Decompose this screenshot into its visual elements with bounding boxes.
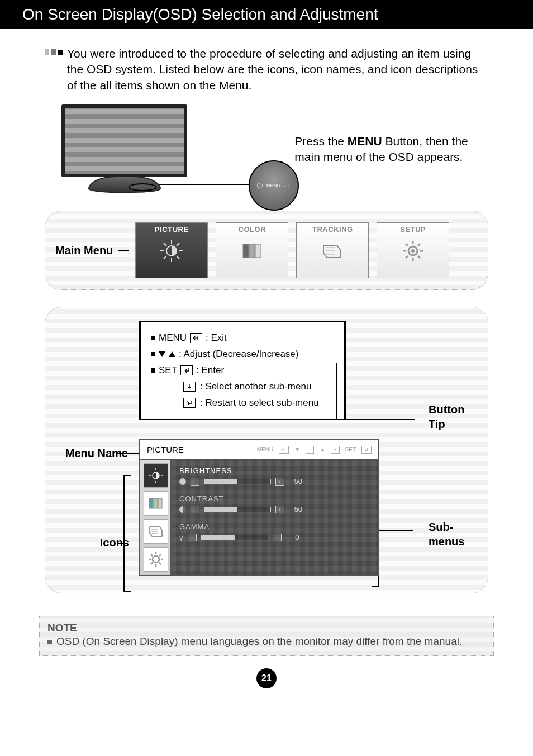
svg-line-8 bbox=[164, 256, 166, 259]
svg-line-37 bbox=[159, 554, 161, 556]
triangle-up-icon bbox=[169, 351, 175, 357]
page-title: On Screen Display(OSD) Selection and Adj… bbox=[0, 0, 533, 29]
svg-rect-9 bbox=[243, 244, 249, 258]
button-tip-set-enter: SET : Enter bbox=[151, 363, 334, 379]
osd-window: PICTURE MENU↤ ▼− ▲+ SET↲ bbox=[139, 439, 379, 576]
menu-tile-title: SETUP bbox=[377, 225, 449, 234]
svg-rect-29 bbox=[158, 498, 162, 508]
monitor-diagram: Press the MENU Button, then the main men… bbox=[61, 104, 488, 194]
gamma-icon: γ bbox=[179, 533, 183, 541]
menu-tile-setup[interactable]: SETUP bbox=[377, 222, 449, 278]
svg-line-19 bbox=[418, 244, 420, 246]
sidebar-icon-setup[interactable] bbox=[144, 547, 168, 572]
osd-item-title: CONTRAST bbox=[179, 495, 370, 503]
osd-item-title: BRIGHTNESS bbox=[179, 467, 370, 475]
sidebar-icon-tracking[interactable] bbox=[144, 519, 168, 544]
osd-item-value: 0 bbox=[286, 533, 299, 541]
color-icon bbox=[238, 237, 266, 265]
brightness-icon bbox=[158, 237, 185, 265]
minus-button[interactable]: − bbox=[191, 506, 199, 513]
controls-zoom-circle: MENU - + bbox=[249, 160, 299, 211]
note-bullet bbox=[47, 640, 52, 644]
minus-mini-icon: − bbox=[306, 446, 314, 454]
page-number: 21 bbox=[256, 668, 277, 688]
intro-bullet-icons bbox=[45, 49, 63, 55]
svg-line-20 bbox=[406, 256, 408, 258]
leader-line bbox=[336, 363, 337, 419]
exit-mini-icon: ↤ bbox=[279, 446, 289, 454]
note-box: NOTE OSD (On Screen Display) menu langua… bbox=[39, 616, 494, 656]
plus-button[interactable]: + bbox=[275, 478, 284, 486]
sub-menus-label: Sub-menus bbox=[429, 520, 473, 549]
exit-key-icon bbox=[190, 333, 202, 343]
svg-line-7 bbox=[177, 243, 179, 246]
main-menu-label: Main Menu bbox=[55, 244, 113, 257]
main-menu-panel: Main Menu PICTURE COLOR TRACKING bbox=[45, 211, 488, 290]
menu-tile-tracking[interactable]: TRACKING bbox=[296, 222, 369, 278]
svg-line-18 bbox=[418, 256, 420, 258]
leader-line bbox=[118, 250, 129, 251]
note-title: NOTE bbox=[47, 622, 486, 634]
svg-rect-27 bbox=[149, 498, 153, 508]
button-tip-label: Button Tip bbox=[429, 402, 473, 431]
tracking-icon bbox=[318, 237, 346, 265]
bracket bbox=[123, 475, 131, 592]
leader-line bbox=[117, 453, 139, 454]
menu-tile-title: PICTURE bbox=[136, 225, 207, 234]
menu-tile-title: TRACKING bbox=[297, 225, 368, 234]
svg-line-38 bbox=[151, 563, 153, 564]
osd-header-keys: MENU↤ ▼− ▲+ SET↲ bbox=[257, 446, 372, 454]
button-tip-menu-exit: MENU : Exit bbox=[151, 330, 334, 346]
contrast-icon bbox=[179, 506, 186, 513]
svg-rect-11 bbox=[255, 244, 261, 258]
osd-item-contrast[interactable]: CONTRAST − + 50 bbox=[179, 495, 370, 513]
svg-line-17 bbox=[406, 244, 408, 246]
svg-line-35 bbox=[151, 554, 153, 556]
gear-icon bbox=[399, 237, 427, 265]
sidebar-icon-brightness[interactable] bbox=[144, 463, 168, 488]
leader-line bbox=[117, 543, 125, 544]
note-text: OSD (On Screen Display) menu languages o… bbox=[56, 635, 462, 648]
plus-button[interactable]: + bbox=[275, 506, 284, 513]
sidebar-icon-color[interactable] bbox=[144, 491, 168, 516]
osd-submenu-area: BRIGHTNESS − + 50 CONTRAST bbox=[172, 460, 378, 575]
svg-rect-10 bbox=[249, 244, 255, 258]
monitor-illustration bbox=[61, 104, 187, 194]
press-menu-text: Press the MENU Button, then the main men… bbox=[294, 134, 488, 165]
svg-rect-28 bbox=[154, 498, 158, 508]
menu-tile-color[interactable]: COLOR bbox=[216, 222, 288, 278]
svg-line-6 bbox=[177, 256, 179, 259]
svg-line-5 bbox=[164, 243, 166, 246]
osd-item-value: 50 bbox=[289, 505, 302, 513]
minus-button[interactable]: − bbox=[191, 478, 199, 486]
plus-button[interactable]: + bbox=[273, 534, 282, 541]
slider-track[interactable] bbox=[201, 535, 268, 540]
intro-paragraph: You were introduced to the procedure of … bbox=[45, 46, 488, 93]
leader-line bbox=[336, 419, 415, 420]
plus-mini-icon: + bbox=[331, 446, 339, 454]
enter-key-icon bbox=[180, 365, 193, 375]
menu-tile-title: COLOR bbox=[216, 225, 288, 234]
intro-text: You were introduced to the procedure of … bbox=[67, 46, 488, 93]
down-arrow-key-icon bbox=[183, 382, 196, 392]
slider-track[interactable] bbox=[204, 479, 271, 484]
osd-header: PICTURE MENU↤ ▼− ▲+ SET↲ bbox=[140, 440, 378, 460]
osd-item-value: 50 bbox=[289, 477, 302, 486]
svg-point-21 bbox=[411, 249, 415, 253]
minus-button[interactable]: − bbox=[188, 534, 197, 541]
enter-mini-icon: ↲ bbox=[361, 446, 372, 454]
button-tip-restart-submenu: : Restart to select sub-menu bbox=[183, 395, 334, 411]
restart-key-icon bbox=[183, 398, 196, 408]
osd-item-title: GAMMA bbox=[179, 522, 370, 531]
button-tip-select-submenu: : Select another sub-menu bbox=[183, 379, 334, 395]
sun-icon bbox=[179, 478, 186, 485]
arrow-line bbox=[159, 184, 254, 185]
main-menu-tiles: PICTURE COLOR TRACKING SETUP bbox=[135, 222, 478, 278]
osd-sidebar bbox=[140, 460, 172, 575]
leader-line bbox=[379, 530, 413, 531]
osd-detail-panel: MENU : Exit : Adjust (Decrease/Increase)… bbox=[45, 307, 488, 593]
slider-track[interactable] bbox=[204, 507, 271, 512]
osd-item-gamma[interactable]: GAMMA γ − + 0 bbox=[179, 522, 370, 541]
menu-tile-picture[interactable]: PICTURE bbox=[135, 222, 208, 278]
osd-item-brightness[interactable]: BRIGHTNESS − + 50 bbox=[179, 467, 370, 486]
